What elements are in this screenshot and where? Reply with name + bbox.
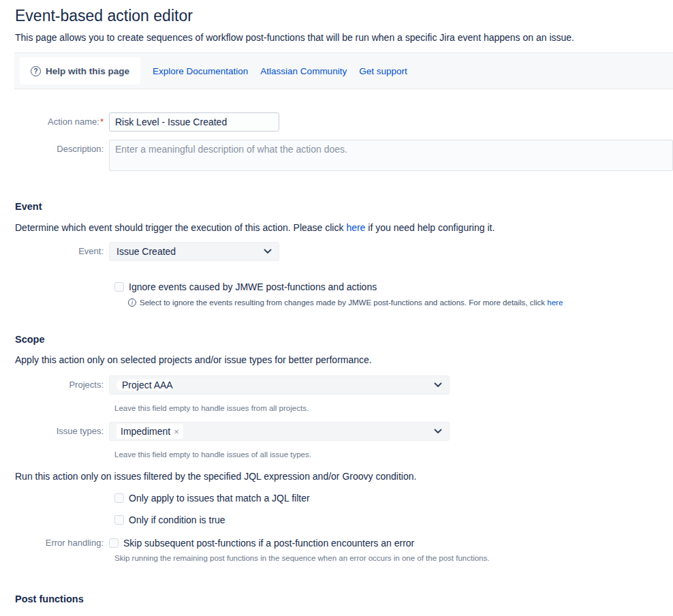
- scope-section-heading: Scope: [0, 334, 673, 345]
- event-intro-text-after: if you need help configuring it.: [365, 222, 495, 233]
- projects-select[interactable]: Project AAA: [109, 375, 450, 395]
- issue-types-select-content: Impediment×: [116, 424, 434, 439]
- issue-types-row: Issue types: Impediment×: [0, 422, 673, 441]
- scope-section-intro: Apply this action only on selected proje…: [0, 354, 673, 365]
- tag-remove-icon[interactable]: ×: [174, 427, 179, 437]
- issue-types-label: Issue types:: [0, 422, 109, 436]
- chevron-down-icon: [264, 249, 272, 254]
- description-textarea[interactable]: [109, 140, 673, 171]
- skip-on-error-checkbox[interactable]: [109, 538, 119, 548]
- event-select-value: Issue Created: [116, 246, 264, 257]
- page-subtitle: This page allows you to create sequences…: [0, 32, 673, 43]
- page-title: Event-based action editor: [0, 7, 673, 25]
- chevron-down-icon: [434, 429, 442, 434]
- action-name-label: Action name:*: [0, 112, 109, 127]
- event-select[interactable]: Issue Created: [109, 242, 279, 261]
- event-section-heading: Event: [0, 201, 673, 212]
- chevron-down-icon: [434, 382, 442, 388]
- issue-type-tag-label: Impediment: [121, 426, 170, 437]
- event-row: Event: Issue Created: [0, 242, 673, 261]
- action-name-input[interactable]: [109, 112, 279, 132]
- info-icon: i: [128, 298, 136, 307]
- issue-types-select[interactable]: Impediment×: [109, 422, 450, 441]
- atlassian-community-link[interactable]: Atlassian Community: [260, 66, 347, 76]
- projects-help-text: Leave this field empty to handle issues …: [114, 404, 673, 412]
- required-asterisk: *: [100, 117, 104, 127]
- event-label: Event:: [0, 242, 109, 256]
- jql-filter-label: Only apply to issues that match a JQL fi…: [129, 493, 310, 504]
- help-tab-label: Help with this page: [46, 66, 129, 76]
- jql-filter-row: Only apply to issues that match a JQL fi…: [114, 493, 673, 504]
- issue-type-tag: Impediment×: [116, 424, 183, 439]
- projects-search-input[interactable]: Project AAA: [116, 380, 173, 390]
- post-functions-heading: Post functions: [0, 594, 673, 604]
- issue-types-help-text: Leave this field empty to handle issues …: [114, 450, 673, 459]
- ignore-events-label: Ignore events caused by JMWE post-functi…: [129, 281, 377, 292]
- projects-row: Projects: Project AAA: [0, 375, 673, 395]
- projects-select-content: Project AAA: [116, 378, 434, 392]
- projects-label: Projects:: [0, 375, 109, 390]
- get-support-link[interactable]: Get support: [359, 66, 407, 76]
- event-help-link[interactable]: here: [346, 222, 365, 233]
- question-mark-icon: ?: [31, 66, 41, 76]
- action-form: Action name:* Description: Event Determi…: [0, 112, 673, 616]
- error-handling-help-text: Skip running the remaining post function…: [114, 554, 673, 562]
- skip-on-error-label: Skip subsequent post-functions if a post…: [123, 538, 414, 549]
- error-handling-row: Error handling: Skip subsequent post-fun…: [0, 538, 673, 549]
- ignore-events-checkbox[interactable]: [114, 282, 124, 292]
- question-glyph: ?: [33, 67, 37, 75]
- ignore-note-text: Select to ignore the events resulting fr…: [140, 298, 563, 307]
- ignore-note-before: Select to ignore the events resulting fr…: [140, 298, 547, 307]
- error-handling-label: Error handling:: [0, 538, 109, 548]
- event-action-editor-page: Event-based action editor This page allo…: [0, 7, 673, 616]
- description-label: Description:: [0, 140, 109, 154]
- action-name-row: Action name:*: [0, 112, 673, 132]
- jql-filter-checkbox[interactable]: [114, 493, 124, 503]
- ignore-events-note: i Select to ignore the events resulting …: [128, 298, 673, 307]
- event-section-intro: Determine which event should trigger the…: [0, 222, 673, 233]
- condition-checkbox[interactable]: [114, 515, 124, 525]
- event-intro-text-before: Determine which event should trigger the…: [15, 222, 346, 233]
- description-row: Description:: [0, 140, 673, 171]
- error-handling-checkbox-row: Skip subsequent post-functions if a post…: [109, 538, 414, 549]
- info-glyph: i: [131, 299, 133, 306]
- ignore-note-link[interactable]: here: [547, 298, 563, 307]
- condition-row: Only if condition is true: [114, 514, 673, 525]
- action-name-label-text: Action name:: [48, 117, 99, 127]
- help-with-page-button[interactable]: ? Help with this page: [20, 57, 140, 84]
- ignore-events-row: Ignore events caused by JMWE post-functi…: [114, 281, 673, 292]
- explore-documentation-link[interactable]: Explore Documentation: [153, 66, 248, 76]
- help-bar: ? Help with this page Explore Documentat…: [14, 52, 673, 89]
- condition-label: Only if condition is true: [129, 514, 225, 525]
- filter-intro: Run this action only on issues filtered …: [0, 471, 673, 482]
